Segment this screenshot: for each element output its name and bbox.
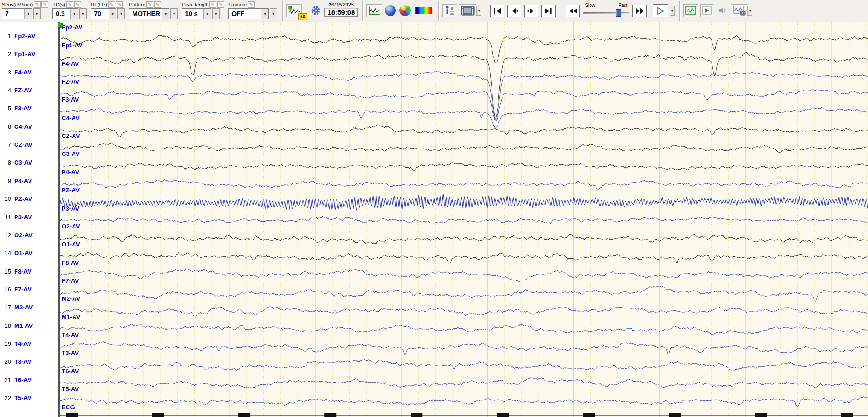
rewind-button[interactable]: [566, 5, 580, 17]
toolbar-separator: [438, 1, 440, 21]
edit-pencil-icon[interactable]: ✎: [66, 1, 73, 8]
hf-group: HF(Hz) ✎ ✎ 70 ▾ ▾: [91, 1, 125, 19]
snapshot-button[interactable]: [731, 4, 747, 17]
sens-extra-dropdown[interactable]: ▾: [33, 8, 41, 19]
auto-play-button[interactable]: [700, 4, 713, 17]
eeg-review-window: Sens(uV/mm) ✎ ✎ 7 ▾ ▾ TC(s) ✎ ✎ 0.3: [0, 0, 868, 417]
edit-pencil-icon[interactable]: ✎: [74, 1, 81, 8]
settings-button[interactable]: [309, 4, 323, 17]
color-scale-icon[interactable]: [415, 7, 432, 14]
skip-to-end-button[interactable]: [541, 5, 556, 17]
trace-channel-label: FZ-AV: [62, 79, 79, 85]
pattern-extra-dropdown[interactable]: ▾: [170, 8, 178, 19]
favorite-extra-dropdown[interactable]: ▾: [270, 8, 277, 19]
disp-length-extra-dropdown[interactable]: ▾: [212, 8, 220, 19]
hf-select[interactable]: 70 ▾: [91, 8, 116, 19]
tc-label: TC(s): [52, 2, 65, 7]
edit-pencil-icon[interactable]: ✎: [217, 1, 224, 8]
patient-info-button[interactable]: [442, 4, 457, 17]
edit-pencil-icon[interactable]: ✎: [209, 1, 216, 8]
disp-length-select[interactable]: 10 s ▾: [182, 8, 211, 19]
edit-pencil-icon[interactable]: ✎: [34, 1, 41, 8]
channel-number: 10: [0, 195, 11, 202]
channel-label[interactable]: O1-AV: [14, 250, 33, 257]
channel-number: 2: [0, 51, 11, 57]
channel-label[interactable]: C3-AV: [14, 159, 32, 166]
trend-view-button[interactable]: [683, 4, 698, 17]
channel-label[interactable]: PZ-AV: [14, 195, 32, 202]
play-button[interactable]: [653, 4, 668, 17]
channel-label[interactable]: P3-AV: [14, 214, 32, 221]
chevron-down-icon[interactable]: ▾: [109, 9, 116, 19]
tc-extra-dropdown[interactable]: ▾: [79, 8, 87, 19]
favorite-select[interactable]: OFF ▾: [228, 8, 269, 19]
channel-label[interactable]: C4-AV: [14, 123, 32, 130]
trace-channel-label: M2-AV: [62, 296, 80, 302]
channel-label[interactable]: T5-AV: [14, 394, 32, 401]
waveform-chart-icon: [368, 6, 380, 15]
head-map-3d-icon[interactable]: [385, 5, 396, 16]
channel-label[interactable]: M1-AV: [14, 322, 33, 329]
channel-label[interactable]: T6-AV: [14, 377, 32, 383]
edit-pencil-icon[interactable]: ✎: [248, 1, 255, 8]
chevron-down-icon[interactable]: ▾: [24, 9, 32, 19]
edit-pencil-icon[interactable]: ✎: [116, 1, 123, 8]
video-dropdown[interactable]: ▾: [476, 6, 481, 16]
tc-select[interactable]: 0.3 ▾: [52, 8, 78, 19]
channel-label[interactable]: F3-AV: [14, 105, 32, 112]
sens-select[interactable]: 7 ▾: [2, 8, 32, 19]
trace-channel-label: O1-AV: [62, 241, 80, 248]
tc-value: 0.3: [56, 10, 64, 17]
edit-pencil-icon[interactable]: ✎: [146, 1, 153, 8]
toolbar-separator: [362, 1, 364, 21]
channel-label[interactable]: T3-AV: [14, 358, 32, 365]
channel-label[interactable]: F4-AV: [14, 69, 32, 76]
edit-pencil-icon[interactable]: ✎: [41, 1, 48, 8]
video-button[interactable]: [459, 4, 476, 17]
fast-forward-button[interactable]: [632, 5, 647, 17]
channel-label[interactable]: Fp2-AV: [14, 33, 35, 40]
green-play-icon: [702, 6, 712, 15]
notch-50hz-badge[interactable]: 50: [298, 13, 307, 20]
channel-number: 14: [0, 250, 11, 257]
channel-label[interactable]: F7-AV: [14, 286, 32, 293]
edit-pencil-icon[interactable]: ✎: [108, 1, 115, 8]
step-back-button[interactable]: [507, 5, 521, 17]
trace-channel-label: F4-AV: [62, 61, 79, 67]
favorite-label: Favorite: [228, 2, 247, 7]
channel-number: 3: [0, 69, 11, 76]
channel-label[interactable]: Fp1-AV: [14, 51, 35, 57]
channel-row: 2Fp1-AV: [0, 50, 58, 58]
audio-button[interactable]: [717, 4, 729, 17]
trace-channel-label: F8-AV: [62, 260, 79, 266]
waveform-view-button[interactable]: [366, 4, 382, 17]
step-forward-button[interactable]: [524, 5, 538, 17]
skip-to-start-button[interactable]: [490, 5, 504, 17]
channel-label[interactable]: T4-AV: [14, 340, 32, 347]
trace-channel-label: C4-AV: [62, 115, 80, 121]
chevron-down-icon[interactable]: ▾: [203, 9, 211, 19]
trace-channel-label: P3-AV: [62, 206, 79, 212]
snapshot-dropdown[interactable]: ▾: [747, 6, 752, 16]
channel-label[interactable]: FZ-AV: [14, 87, 32, 94]
chevron-down-icon[interactable]: ▾: [162, 9, 169, 19]
slider-handle[interactable]: [616, 9, 621, 17]
chevron-down-icon[interactable]: ▾: [261, 9, 268, 19]
slider-groove[interactable]: [583, 12, 629, 14]
trace-channel-label: F7-AV: [62, 278, 79, 284]
channel-label[interactable]: CZ-AV: [14, 141, 33, 148]
pattern-select[interactable]: MOTHER ▾: [129, 8, 169, 19]
channel-label[interactable]: M2-AV: [14, 304, 33, 311]
chevron-down-icon[interactable]: ▾: [70, 9, 78, 19]
play-icon: [656, 7, 665, 15]
edit-pencil-icon[interactable]: ✎: [154, 1, 161, 8]
channel-label[interactable]: O2-AV: [14, 232, 33, 239]
hf-extra-dropdown[interactable]: ▾: [117, 8, 125, 19]
channel-label[interactable]: F8-AV: [14, 268, 32, 275]
play-dropdown[interactable]: ▾: [670, 6, 675, 16]
channel-number: 1: [0, 33, 11, 40]
step-forward-icon: [527, 8, 536, 14]
eeg-trace-canvas[interactable]: [60, 22, 868, 417]
channel-label[interactable]: P4-AV: [14, 177, 32, 184]
topography-map-icon[interactable]: [399, 5, 411, 16]
